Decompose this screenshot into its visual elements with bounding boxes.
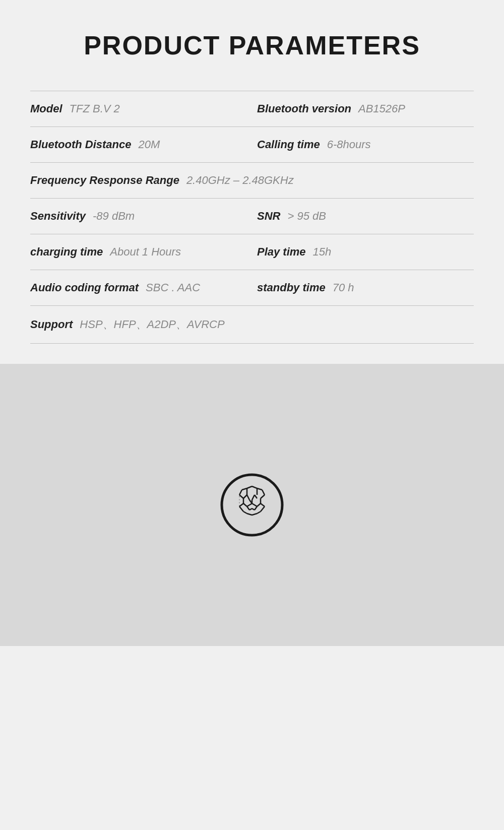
value-bluetooth-version: AB1526P [358, 102, 405, 115]
svg-line-12 [252, 508, 255, 510]
svg-line-29 [252, 514, 257, 515]
value-bluetooth-distance: 20M [138, 138, 160, 151]
label-snr: SNR [257, 210, 280, 223]
svg-line-35 [257, 503, 261, 506]
svg-line-1 [243, 495, 247, 498]
value-frequency: 2.40GHz – 2.48GKHz [186, 174, 294, 187]
cell-standby-time: standby time 70 h [247, 281, 474, 294]
value-sensitivity: -89 dBm [93, 210, 135, 223]
value-play-time: 15h [313, 245, 332, 259]
cell-support: Support HSP、HFP、A2DP、AVRCP [30, 317, 474, 332]
svg-line-30 [239, 503, 243, 506]
cell-play-time: Play time 15h [247, 245, 474, 259]
row-frequency: Frequency Response Range 2.40GHz – 2.48G… [30, 162, 474, 198]
cell-sensitivity: Sensitivity -89 dBm [30, 210, 247, 223]
svg-line-13 [239, 495, 243, 498]
value-model: TFZ B.V 2 [70, 102, 120, 115]
label-sensitivity: Sensitivity [30, 210, 86, 223]
value-snr: > 95 dB [287, 210, 326, 223]
row-audio: Audio coding format SBC . AAC standby ti… [30, 270, 474, 305]
svg-point-0 [222, 475, 282, 535]
value-standby-time: 70 h [333, 281, 354, 294]
brand-logo [219, 472, 285, 538]
label-charging-time: charging time [30, 245, 103, 259]
svg-line-32 [261, 503, 265, 506]
svg-line-23 [239, 506, 243, 512]
label-bluetooth-distance: Bluetooth Distance [30, 138, 131, 151]
value-audio-coding: SBC . AAC [146, 281, 200, 294]
cell-snr: SNR > 95 dB [247, 210, 474, 223]
cell-calling-time: Calling time 6-8hours [247, 138, 474, 151]
svg-line-21 [262, 490, 265, 495]
top-section: PRODUCT PARAMETERS Model TFZ B.V 2 Bluet… [0, 0, 504, 364]
svg-line-8 [252, 503, 257, 506]
svg-line-27 [257, 512, 261, 514]
label-standby-time: standby time [257, 281, 326, 294]
svg-line-4 [252, 495, 255, 500]
label-model: Model [30, 102, 62, 115]
svg-line-18 [252, 486, 257, 488]
cell-charging-time: charging time About 1 Hours [30, 245, 247, 259]
svg-line-20 [257, 488, 262, 490]
row-bluetooth-distance: Bluetooth Distance 20M Calling time 6-8h… [30, 126, 474, 162]
cell-frequency: Frequency Response Range 2.40GHz – 2.48G… [30, 174, 474, 187]
row-charging: charging time About 1 Hours Play time 15… [30, 234, 474, 270]
svg-line-2 [247, 495, 249, 500]
value-charging-time: About 1 Hours [110, 245, 181, 259]
svg-line-15 [242, 488, 247, 490]
label-bluetooth-version: Bluetooth version [257, 102, 351, 115]
bottom-section [0, 364, 504, 646]
svg-line-7 [247, 503, 252, 506]
cell-model: Model TFZ B.V 2 [30, 102, 247, 115]
svg-line-9 [247, 506, 249, 510]
label-play-time: Play time [257, 245, 306, 259]
row-support: Support HSP、HFP、A2DP、AVRCP [30, 305, 474, 344]
svg-line-22 [261, 495, 265, 498]
value-calling-time: 6-8hours [327, 138, 371, 151]
svg-line-34 [243, 503, 247, 506]
cell-audio-coding: Audio coding format SBC . AAC [30, 281, 247, 294]
svg-line-25 [261, 506, 265, 512]
svg-line-11 [249, 508, 252, 510]
label-calling-time: Calling time [257, 138, 320, 151]
svg-line-26 [243, 512, 247, 514]
label-audio-coding: Audio coding format [30, 281, 139, 294]
svg-line-14 [239, 490, 242, 495]
cell-bluetooth-distance: Bluetooth Distance 20M [30, 138, 247, 151]
label-support: Support [30, 318, 73, 331]
svg-line-10 [255, 506, 257, 510]
svg-line-28 [247, 514, 252, 515]
svg-line-17 [247, 486, 252, 488]
params-container: Model TFZ B.V 2 Bluetooth version AB1526… [30, 91, 474, 344]
row-sensitivity: Sensitivity -89 dBm SNR > 95 dB [30, 198, 474, 234]
label-frequency: Frequency Response Range [30, 174, 179, 187]
page-title: PRODUCT PARAMETERS [30, 30, 474, 60]
row-model: Model TFZ B.V 2 Bluetooth version AB1526… [30, 91, 474, 126]
cell-bluetooth-version: Bluetooth version AB1526P [247, 102, 474, 115]
value-support: HSP、HFP、A2DP、AVRCP [80, 317, 224, 332]
